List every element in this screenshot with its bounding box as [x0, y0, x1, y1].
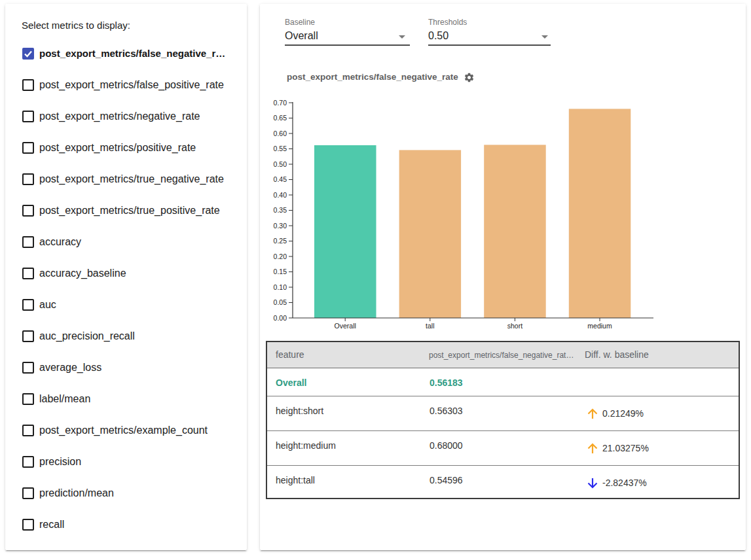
svg-text:0.10: 0.10: [274, 283, 287, 291]
svg-text:Overall: Overall: [335, 322, 356, 330]
svg-text:0.00: 0.00: [274, 314, 287, 322]
svg-text:0.30: 0.30: [274, 222, 287, 230]
svg-text:0.40: 0.40: [274, 191, 287, 199]
svg-text:0.45: 0.45: [274, 175, 287, 183]
svg-text:0.35: 0.35: [274, 206, 287, 214]
svg-text:0.55: 0.55: [274, 145, 287, 152]
svg-text:0.15: 0.15: [274, 268, 287, 275]
svg-text:0.70: 0.70: [274, 99, 287, 107]
svg-text:0.20: 0.20: [274, 253, 287, 260]
svg-text:medium: medium: [587, 322, 612, 330]
svg-text:0.25: 0.25: [274, 237, 287, 245]
svg-text:short: short: [507, 322, 522, 330]
svg-text:0.50: 0.50: [274, 160, 287, 168]
svg-text:tall: tall: [426, 322, 434, 330]
svg-text:0.65: 0.65: [274, 114, 287, 122]
svg-text:0.60: 0.60: [274, 130, 287, 137]
svg-text:0.05: 0.05: [274, 298, 287, 306]
